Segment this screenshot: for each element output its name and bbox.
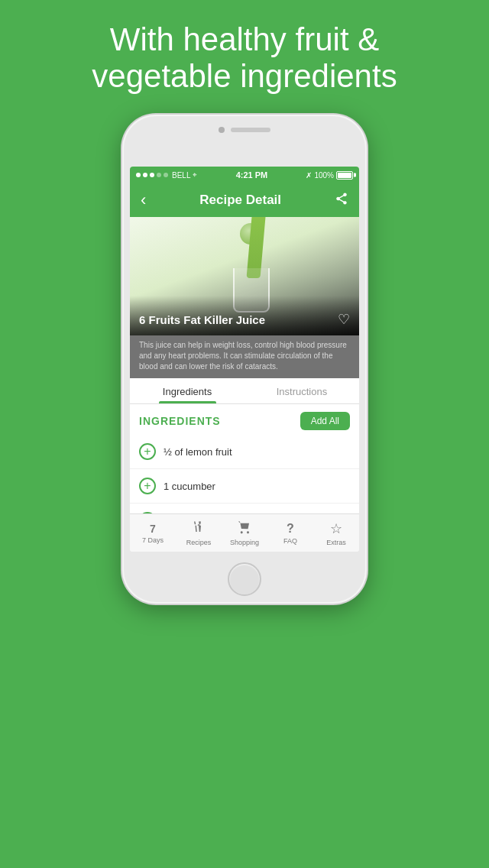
status-bar: BELL ⌖ 4:21 PM ✗ 100%	[130, 167, 359, 183]
7days-label: 7 Days	[142, 536, 164, 544]
recipe-title: 6 Fruits Fat Killer Juice	[139, 313, 265, 326]
back-button[interactable]: ‹	[141, 190, 146, 210]
nav-bar: ‹ Recipe Detail	[130, 183, 359, 217]
recipe-description: This juice can help in weight loss, cont…	[130, 335, 359, 378]
front-camera	[219, 127, 225, 133]
headline-line1: With healthy fruit &	[110, 21, 379, 57]
shopping-icon	[238, 520, 251, 537]
7days-icon: 7	[150, 523, 156, 535]
recipes-icon	[192, 520, 206, 537]
extras-label: Extras	[326, 539, 346, 546]
bottom-tab-extras[interactable]: ☆ Extras	[313, 514, 359, 552]
recipe-image: 6 Fruits Fat Killer Juice ♡	[130, 217, 359, 335]
status-right: ✗ 100%	[306, 171, 353, 180]
nav-title: Recipe Detail	[199, 193, 281, 208]
signal-dot-2	[143, 173, 147, 177]
bottom-tab-recipes[interactable]: Recipes	[176, 514, 222, 552]
faq-icon: ?	[287, 522, 294, 536]
heart-icon[interactable]: ♡	[338, 311, 350, 328]
share-button[interactable]	[335, 192, 348, 209]
tabs-bar: Ingredients Instructions	[130, 378, 359, 404]
shopping-label: Shopping	[230, 539, 259, 546]
carrier-label: BELL	[172, 171, 190, 180]
bottom-tab-faq[interactable]: ? FAQ	[267, 514, 313, 552]
bottom-tab-7days[interactable]: 7 7 Days	[130, 514, 176, 552]
faq-label: FAQ	[283, 537, 297, 545]
phone-top-bar	[199, 125, 290, 134]
battery-fill	[338, 173, 351, 178]
phone-screen: BELL ⌖ 4:21 PM ✗ 100% ‹ Recipe Detail	[130, 167, 359, 552]
extras-icon: ☆	[330, 520, 342, 537]
add-ingredient-1[interactable]: +	[139, 478, 156, 494]
ingredient-text-1: 1 cucumber	[164, 481, 215, 492]
tab-instructions[interactable]: Instructions	[244, 378, 359, 403]
battery-icon	[336, 171, 353, 180]
battery-percent: 100%	[314, 171, 334, 180]
recipe-title-row: 6 Fruits Fat Killer Juice ♡	[139, 311, 350, 328]
wifi-icon: ⌖	[193, 170, 197, 180]
ingredients-section: INGREDIENTS Add All	[130, 404, 359, 435]
signal-dot-5	[164, 173, 168, 177]
ingredient-item-0: + ½ of lemon fruit	[130, 435, 359, 469]
signal-dot-3	[150, 173, 154, 177]
bluetooth-icon: ✗	[306, 171, 312, 180]
ingredients-heading: INGREDIENTS	[139, 415, 221, 427]
home-button[interactable]	[228, 562, 261, 596]
tab-ingredients[interactable]: Ingredients	[130, 378, 244, 403]
status-left: BELL ⌖	[136, 170, 197, 180]
recipe-info-overlay: 6 Fruits Fat Killer Juice ♡	[130, 296, 359, 335]
add-all-button[interactable]: Add All	[300, 412, 350, 430]
phone-shell: BELL ⌖ 4:21 PM ✗ 100% ‹ Recipe Detail	[122, 115, 367, 604]
recipe-description-text: This juice can help in weight loss, cont…	[139, 340, 350, 372]
bottom-tab-shopping[interactable]: Shopping	[222, 514, 267, 552]
bottom-tab-bar: 7 7 Days Recipes Shopping	[130, 513, 359, 552]
ingredient-item-1: + 1 cucumber	[130, 469, 359, 504]
earpiece	[231, 128, 270, 132]
signal-dot-1	[136, 173, 141, 177]
headline: With healthy fruit & vegetable ingredien…	[0, 21, 489, 96]
status-time: 4:21 PM	[236, 170, 268, 180]
add-ingredient-0[interactable]: +	[139, 443, 156, 460]
ingredient-text-0: ½ of lemon fruit	[164, 446, 232, 458]
recipes-label: Recipes	[186, 539, 212, 546]
headline-line2: vegetable ingredients	[92, 58, 397, 94]
signal-dot-4	[157, 173, 161, 177]
